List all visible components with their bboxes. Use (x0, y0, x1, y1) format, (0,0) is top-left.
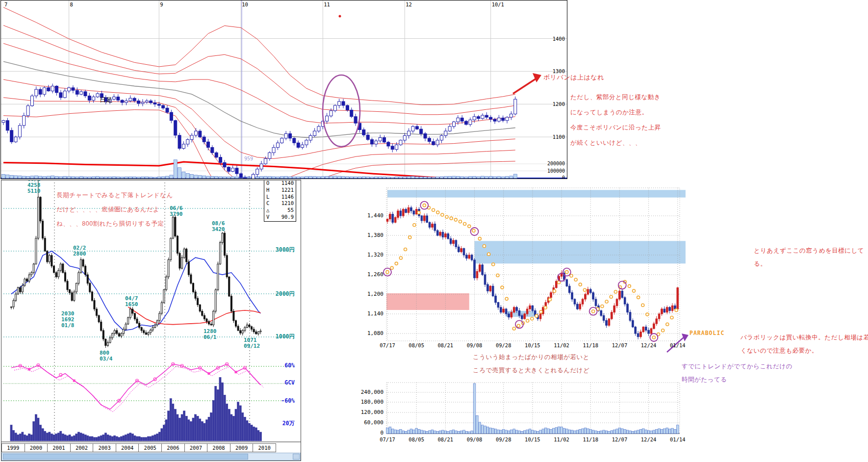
date-tick-label: 09/08 (464, 436, 485, 442)
note-line: が続くといいけど、、、 (570, 135, 661, 151)
month-tick-label: 11 (324, 1, 330, 7)
parabolic-label: PARABOLIC (689, 330, 724, 336)
parabolic-chart-canvas (343, 177, 868, 462)
note-bollinger-breakout: ボリバンは上はなれ (543, 73, 604, 82)
year-cell: 2001 (48, 444, 71, 452)
note-young-market: こういう始まったばかりの相場が若いところで売買すると大きくとれるんだけど (473, 351, 589, 377)
volume-tick-label: 180,000 (349, 399, 383, 405)
chart-collage: 日足 959 78910111210/1 1400130012001100 20… (0, 0, 868, 462)
yen-axis-label: 1000円 (264, 334, 295, 339)
year-cell: 2005 (139, 444, 162, 452)
oscillator-axis-label: GCV (264, 379, 295, 386)
note-trend-time: すでにトレンドがでてからこれだけの時間がたってる (682, 360, 792, 386)
date-tick-label: 12/24 (638, 342, 660, 348)
note-line: 今度こそボリバンに沿った上昇 (570, 120, 661, 135)
price-tick-label: 1,320 (354, 252, 383, 258)
timeframe-label: 日足 (100, 96, 113, 104)
date-tick-label: 10/15 (522, 342, 543, 348)
date-tick-label: 12/07 (609, 342, 630, 348)
month-tick-label: 10 (242, 1, 248, 7)
date-tick-label: 09/28 (493, 342, 514, 348)
note-line: 時間がたってる (682, 373, 792, 386)
year-cell: 2006 (162, 444, 185, 452)
month-tick-label: 12 (406, 1, 412, 7)
note-line: ね、、、800割れたら損切りする予定 (56, 217, 173, 231)
yen-axis-label: 3000円 (264, 247, 295, 253)
date-tick-label: 01/14 (667, 342, 689, 348)
note-line: くないので注意も必要か。 (740, 344, 868, 358)
point-label-line: 01/8 (61, 323, 75, 329)
volume-tick-label: 60,000 (349, 419, 383, 426)
ohlc-legend-row: C1210 (264, 200, 296, 207)
volume-tick-label: 0 (349, 430, 383, 436)
ohlc-legend-row: O1140 (264, 180, 296, 187)
date-tick-label: 08/21 (434, 342, 456, 348)
year-cell: 2008 (207, 444, 230, 452)
longterm-chart-panel: 長期チャートでみると下落トレンドなんだけど、、、、底値圏にあるんだよね、、、80… (1, 180, 301, 461)
price-tick-label: 1200 (537, 101, 565, 107)
date-tick-label: 11/18 (580, 342, 601, 348)
month-tick-label: 9 (160, 1, 163, 7)
date-tick-label: 11/02 (551, 342, 572, 348)
volume-axis-label: 20万 (264, 420, 295, 427)
volume-tick-label: 120,000 (349, 409, 383, 415)
point-label-line: 3790 (170, 211, 183, 217)
note-parabolic-buy: パラボリックは買い転換中。ただし相場は若くないので注意も必要か。 (740, 331, 868, 358)
date-tick-label: 09/08 (464, 342, 485, 348)
year-cell: 2003 (93, 444, 116, 452)
price-tick-label: 1,260 (354, 271, 383, 278)
date-tick-label: 01/14 (667, 436, 689, 442)
band-value-label: 959 (244, 156, 253, 161)
scrollbar-thumb[interactable] (3, 454, 248, 460)
ohlc-legend: O1140H1221L1146C1210△55V90.9 (264, 180, 296, 222)
ohlc-legend-row: V90.9 (264, 214, 296, 221)
price-tick-label: 1,380 (354, 232, 383, 238)
point-label-line: 2800 (73, 251, 86, 257)
year-axis: 1999200020012002200320042005200620072008… (1, 443, 276, 452)
volume-tick-label: 200000 (537, 161, 565, 166)
price-point-label: 00/242585110 (27, 180, 41, 194)
price-point-label: 04/71650 (125, 296, 138, 308)
year-cell: 2002 (71, 444, 94, 452)
ohlc-legend-row: L1146 (264, 194, 296, 201)
note-line: パラボリックは買い転換中。ただし相場は若 (740, 331, 868, 344)
scrollbar[interactable] (1, 453, 301, 461)
volume-tick-label: 100000 (537, 168, 565, 174)
note-bollinger-caution: ただし、紫部分と同じ様な動きになってしまうのか注意。今度こそボリバンに沿った上昇… (570, 90, 661, 151)
date-tick-label: 12/24 (638, 436, 660, 442)
note-line: ころで売買すると大きくとれるんだけど (473, 364, 589, 377)
price-point-label: 80003/4 (100, 350, 113, 362)
date-tick-label: 07/17 (377, 436, 398, 442)
date-tick-label: 09/28 (493, 436, 514, 442)
note-line: とりあえずここの窓うめを目標にして (754, 244, 864, 257)
year-cell: 2000 (25, 444, 48, 452)
date-tick-label: 10/15 (522, 436, 543, 442)
date-tick-label: 08/05 (406, 342, 427, 348)
date-tick-label: 08/21 (434, 436, 456, 442)
volume-tick-label: 240,000 (349, 389, 383, 395)
year-cell: 2004 (116, 444, 139, 452)
scrollbar-endbox[interactable] (293, 454, 300, 460)
note-line: る。 (754, 257, 864, 271)
price-point-label: 2030169201/8 (61, 311, 75, 329)
price-point-label: 107109/12 (244, 337, 260, 349)
note-line: こういう始まったばかりの相場が若いと (473, 351, 589, 364)
price-tick-label: 1,440 (354, 212, 383, 219)
point-label-line: 1650 (125, 302, 138, 308)
daily-chart-canvas (1, 0, 567, 179)
price-tick-label: 1,140 (354, 310, 383, 317)
price-point-label: 06/63790 (170, 205, 183, 217)
year-cell: 2010 (253, 444, 276, 452)
price-point-label: 02/22800 (73, 245, 86, 257)
price-tick-label: 1400 (537, 36, 565, 42)
yen-axis-label: 2000円 (264, 291, 295, 297)
price-tick-label: 1,080 (354, 330, 383, 336)
point-label-line: 03/4 (100, 356, 113, 362)
note-longterm-trend: 長期チャートでみると下落トレンドなんだけど、、、、底値圏にあるんだよね、、、80… (56, 188, 173, 231)
date-tick-label: 11/02 (551, 436, 572, 442)
note-line: すでにトレンドがでてからこれだけの (682, 360, 792, 373)
ohlc-legend-row: H1221 (264, 187, 296, 194)
date-tick-label: 07/17 (377, 342, 398, 348)
year-cell: 1999 (2, 444, 25, 452)
note-line: ただし、紫部分と同じ様な動き (570, 90, 661, 105)
